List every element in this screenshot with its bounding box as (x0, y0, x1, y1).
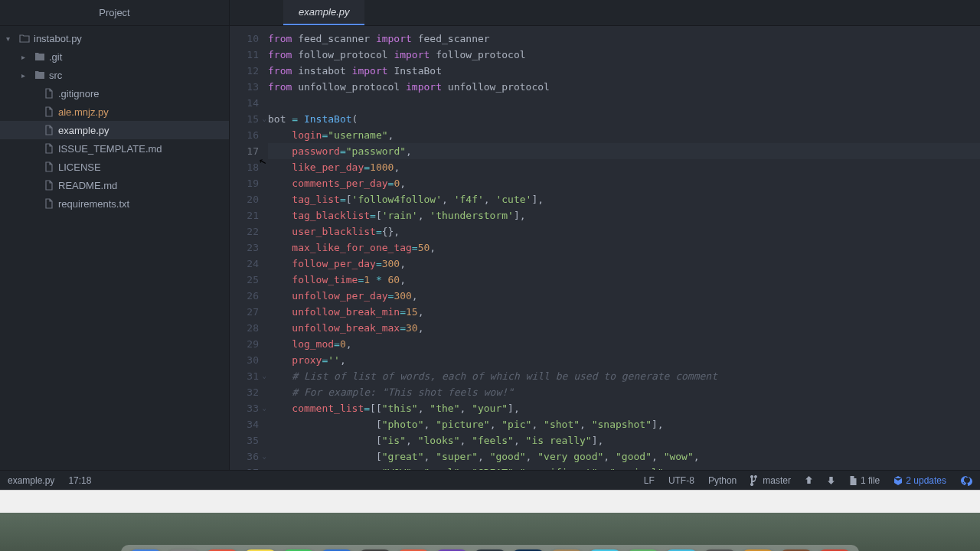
code-line[interactable]: ["is", "looks", "feels", "is really"], (268, 432, 980, 448)
line-number[interactable]: 26 (230, 288, 259, 304)
code-line[interactable]: proxy='', (268, 352, 980, 368)
code-line[interactable]: from feed_scanner import feed_scanner (268, 31, 980, 47)
line-number[interactable]: 10 (230, 31, 259, 47)
fold-icon[interactable]: ⌄ (263, 368, 266, 384)
chevron-icon[interactable]: ▸ (21, 53, 31, 61)
line-number[interactable]: 12 (230, 63, 259, 79)
tree-item-src[interactable]: ▸src (0, 66, 229, 84)
line-number[interactable]: 11 (230, 47, 259, 63)
line-number[interactable]: 18 (230, 159, 259, 175)
code-line[interactable]: tag_blacklist=['rain', 'thunderstorm'], (268, 207, 980, 223)
file-icon (43, 161, 55, 172)
file-icon (43, 88, 55, 99)
code-line[interactable]: from follow_protocol import follow_proto… (268, 47, 980, 63)
code-line[interactable]: follow_time=1 * 60, (268, 272, 980, 288)
status-file[interactable]: example.py (8, 475, 54, 486)
code-line[interactable] (268, 95, 980, 111)
tab-example-py[interactable]: example.py (283, 0, 364, 25)
line-number[interactable]: 32 (230, 384, 259, 400)
tree-item-ale-mnjz-py[interactable]: ale.mnjz.py (0, 103, 229, 121)
line-gutter[interactable]: 101112131415⌄161718192021222324252627282… (230, 31, 268, 470)
code-line[interactable]: from unfollow_protocol import unfollow_p… (268, 79, 980, 95)
code-line[interactable]: user_blacklist={}, (268, 223, 980, 240)
code-line[interactable]: tag_list=['follow4follow', 'f4f', 'cute'… (268, 191, 980, 207)
line-number[interactable]: 22 (230, 223, 259, 240)
fold-icon[interactable]: ⌄ (263, 448, 266, 465)
status-git-pull[interactable] (827, 476, 835, 484)
status-github[interactable] (960, 475, 972, 486)
line-number[interactable]: 13 (230, 79, 259, 95)
tree-item-license[interactable]: LICENSE (0, 158, 229, 176)
status-bar: example.py 17:18 LF UTF-8 Python master … (0, 470, 980, 490)
tree-item--git[interactable]: ▸.git (0, 47, 229, 66)
code-line[interactable]: # For example: "This shot feels wow!" (268, 384, 980, 400)
tree-item-label: instabot.py (34, 33, 82, 44)
line-number[interactable]: 14 (230, 95, 259, 111)
line-number[interactable]: 33⌄ (230, 400, 259, 416)
code-line[interactable]: comment_list=[["this", "the", "your"], (268, 400, 980, 416)
line-number[interactable]: 28 (230, 320, 259, 336)
tree-item-label: .git (49, 51, 62, 63)
tree-item-instabot-py[interactable]: ▾instabot.py (0, 29, 229, 47)
code-line[interactable]: unfollow_break_max=30, (268, 320, 980, 336)
tree-item-label: example.py (58, 125, 109, 136)
code-editor[interactable]: 101112131415⌄161718192021222324252627282… (230, 26, 980, 470)
tab-bar[interactable]: example.py (230, 0, 980, 26)
line-number[interactable]: 19 (230, 175, 259, 191)
tree-item-issue-template-md[interactable]: ISSUE_TEMPLATE.md (0, 139, 229, 158)
status-cursor-position[interactable]: 17:18 (68, 475, 91, 486)
line-number[interactable]: 15⌄ (230, 111, 259, 127)
status-line-ending[interactable]: LF (644, 475, 655, 486)
status-files-changed[interactable]: 1 file (849, 475, 880, 486)
code-line[interactable]: from instabot import InstaBot (268, 63, 980, 79)
line-number[interactable]: 27 (230, 304, 259, 320)
line-number[interactable]: 36⌄ (230, 448, 259, 465)
macos-dock[interactable] (121, 545, 859, 551)
tree-item-readme-md[interactable]: README.md (0, 176, 229, 194)
line-number[interactable]: 34 (230, 416, 259, 432)
desktop-background (0, 513, 980, 551)
line-number[interactable]: 16 (230, 127, 259, 143)
line-number[interactable]: 30 (230, 352, 259, 368)
code-line[interactable]: unfollow_break_min=15, (268, 304, 980, 320)
line-number[interactable]: 25 (230, 272, 259, 288)
code-line[interactable]: max_like_for_one_tag=50, (268, 240, 980, 256)
tree-item-label: ISSUE_TEMPLATE.md (58, 143, 162, 155)
fold-icon[interactable]: ⌄ (263, 111, 266, 127)
code-line[interactable]: bot = InstaBot( (268, 111, 980, 127)
code-content[interactable]: from feed_scanner import feed_scannerfro… (268, 31, 980, 470)
chevron-icon[interactable]: ▸ (21, 71, 31, 80)
line-number[interactable]: 24 (230, 256, 259, 272)
code-line[interactable]: follow_per_day=300, (268, 256, 980, 272)
fold-icon[interactable]: ⌄ (263, 400, 266, 416)
line-number[interactable]: 37 (230, 465, 259, 470)
code-line[interactable]: "WOW", "cool", "GREAT","magnificent", "m… (268, 465, 980, 470)
code-line[interactable]: log_mod=0, (268, 336, 980, 352)
code-line[interactable]: # List of list of words, each of which w… (268, 368, 980, 384)
file-icon (43, 106, 55, 117)
tree-item-requirements-txt[interactable]: requirements.txt (0, 194, 229, 213)
status-git-branch[interactable]: master (750, 475, 791, 486)
code-line[interactable]: like_per_day=1000, (268, 159, 980, 175)
chevron-icon[interactable]: ▾ (6, 34, 15, 43)
status-language[interactable]: Python (708, 475, 737, 486)
line-number[interactable]: 21 (230, 207, 259, 223)
code-line[interactable]: password="password", (268, 143, 980, 159)
status-encoding[interactable]: UTF-8 (668, 475, 694, 486)
code-line[interactable]: ["great", "super", "good", "very good", … (268, 448, 980, 465)
code-line[interactable]: ["photo", "picture", "pic", "shot", "sna… (268, 416, 980, 432)
code-line[interactable]: unfollow_per_day=300, (268, 288, 980, 304)
code-line[interactable]: login="username", (268, 127, 980, 143)
line-number[interactable]: 23 (230, 240, 259, 256)
line-number[interactable]: 17 (230, 143, 259, 159)
code-line[interactable]: comments_per_day=0, (268, 175, 980, 191)
status-git-push[interactable] (805, 476, 813, 484)
file-tree[interactable]: ▾instabot.py▸.git▸src.gitignoreale.mnjz.… (0, 26, 229, 470)
line-number[interactable]: 20 (230, 191, 259, 207)
line-number[interactable]: 31⌄ (230, 368, 259, 384)
status-updates[interactable]: 2 updates (893, 475, 946, 486)
tree-item--gitignore[interactable]: .gitignore (0, 84, 229, 103)
line-number[interactable]: 35 (230, 432, 259, 448)
line-number[interactable]: 29 (230, 336, 259, 352)
tree-item-example-py[interactable]: example.py (0, 121, 229, 139)
